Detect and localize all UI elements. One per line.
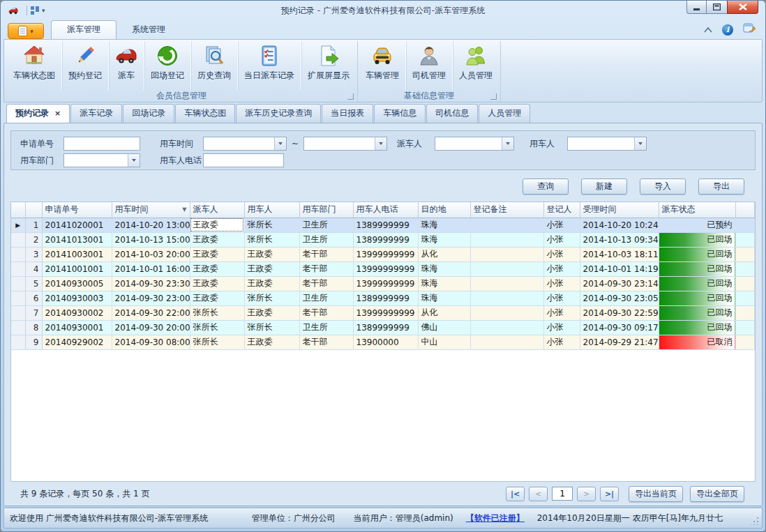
预约登记-button[interactable]: 预约登记 — [62, 41, 109, 90]
cell-use_time[interactable]: 2014-10-13 15:00 — [112, 232, 190, 247]
cell-dispatcher[interactable]: 王政委 — [190, 232, 244, 247]
cell-phone[interactable]: 13999999999 — [353, 247, 418, 261]
cell-use_time[interactable]: 2014-09-30 08:00 — [112, 335, 190, 349]
info-icon[interactable]: i — [722, 24, 733, 36]
dialog-launcher-icon[interactable] — [347, 93, 354, 100]
cell-order_no[interactable]: 20141020001 — [42, 218, 112, 232]
column-header-2[interactable]: 用车时间▼ — [112, 202, 190, 218]
司机管理-button[interactable]: 司机管理 — [406, 41, 453, 90]
import-button[interactable]: 导入 — [640, 178, 686, 195]
chevron-down-icon[interactable] — [375, 137, 386, 150]
chevron-down-icon[interactable] — [634, 137, 646, 150]
cell-use_time[interactable]: 2014-10-03 20:00 — [112, 247, 190, 261]
dept-combo[interactable] — [63, 153, 140, 167]
cell-use_time[interactable]: 2014-09-30 22:00 — [112, 305, 190, 320]
cell-status[interactable]: 已回场 — [659, 291, 735, 305]
chevron-down-icon[interactable] — [502, 137, 513, 150]
cell-user[interactable]: 张所长 — [244, 320, 299, 335]
column-header-9[interactable]: 登记人 — [543, 202, 580, 218]
feedback-icon[interactable] — [743, 23, 756, 36]
cell-user[interactable]: 王政委 — [244, 335, 299, 349]
sort-desc-icon[interactable]: ▼ — [182, 206, 186, 213]
派车-button[interactable]: 派车 — [109, 41, 144, 90]
cell-user[interactable]: 王政委 — [244, 261, 299, 276]
use-time-from-combo[interactable] — [203, 137, 287, 151]
cell-order_no[interactable]: 20141001001 — [42, 261, 112, 276]
cell-registrar[interactable]: 小张 — [543, 261, 580, 276]
cell-dept[interactable]: 老干部 — [299, 261, 353, 276]
cell-destination[interactable]: 珠海 — [418, 291, 470, 305]
cell-remark[interactable] — [470, 276, 543, 291]
cell-user[interactable]: 王政委 — [244, 305, 299, 320]
quick-access-layout-button[interactable]: ▾ — [31, 6, 45, 15]
doc-tab-6[interactable]: 当日报表 — [322, 104, 373, 123]
doc-tab-2[interactable]: 派车记录 — [70, 104, 122, 123]
table-row[interactable]: 9201409290022014-09-30 08:00张所长王政委老干部139… — [11, 335, 755, 349]
cell-dispatcher[interactable]: 张所长 — [190, 320, 244, 335]
user-combo[interactable] — [567, 137, 647, 151]
table-row[interactable]: 5201409300052014-09-30 23:30王政委王政委老干部139… — [11, 276, 755, 291]
cell-registrar[interactable]: 小张 — [543, 305, 580, 320]
doc-tab-4[interactable]: 车辆状态图 — [175, 104, 235, 123]
cell-destination[interactable]: 珠海 — [418, 232, 470, 247]
last-page-button[interactable]: >| — [600, 487, 619, 501]
cell-dispatcher[interactable]: 张所长 — [190, 305, 244, 320]
cell-accept_time[interactable]: 2014-10-20 10:24 — [580, 218, 659, 232]
table-row[interactable]: 6201409300032014-09-30 23:00王政委张所长卫生所138… — [11, 291, 755, 305]
cell-registrar[interactable]: 小张 — [543, 320, 580, 335]
cell-order_no[interactable]: 20140930001 — [42, 320, 112, 335]
cell-dept[interactable]: 老干部 — [299, 276, 353, 291]
cell-dispatcher[interactable]: 王政委 — [190, 218, 244, 232]
ribbon-tab-2[interactable]: 系统管理 — [117, 21, 181, 39]
cell-destination[interactable]: 珠海 — [418, 218, 470, 232]
当日派车记录-button[interactable]: 当日派车记录 — [238, 41, 301, 90]
cell-dispatcher[interactable]: 王政委 — [190, 276, 244, 291]
cell-remark[interactable] — [470, 261, 543, 276]
cell-destination[interactable]: 中山 — [418, 335, 470, 349]
new-button[interactable]: 新建 — [581, 178, 627, 195]
table-row[interactable]: 7201409300022014-09-30 22:00张所长王政委老干部139… — [11, 305, 755, 320]
cell-accept_time[interactable]: 2014-09-30 22:59 — [580, 305, 659, 320]
column-header-6[interactable]: 用车人电话 — [353, 202, 418, 218]
cell-remark[interactable] — [470, 232, 543, 247]
cell-registrar[interactable]: 小张 — [543, 218, 580, 232]
cell-use_time[interactable]: 2014-10-20 13:00 — [112, 218, 190, 232]
cell-status[interactable]: 已回场 — [659, 247, 735, 261]
cell-use_time[interactable]: 2014-09-30 23:30 — [112, 276, 190, 291]
cell-remark[interactable] — [470, 320, 543, 335]
cell-registrar[interactable]: 小张 — [543, 291, 580, 305]
cell-phone[interactable]: 1389999999 — [353, 320, 418, 335]
cell-accept_time[interactable]: 2014-09-30 23:14 — [580, 276, 659, 291]
query-button[interactable]: 查询 — [523, 178, 569, 195]
doc-tab-9[interactable]: 人员管理 — [479, 104, 530, 123]
cell-phone[interactable]: 13999999999 — [353, 305, 418, 320]
cell-use_time[interactable]: 2014-09-30 23:00 — [112, 291, 190, 305]
cell-accept_time[interactable]: 2014-10-03 18:11 — [580, 247, 659, 261]
cell-phone[interactable]: 1389999999 — [353, 232, 418, 247]
column-header-8[interactable]: 登记备注 — [470, 202, 543, 218]
chevron-down-icon[interactable] — [128, 154, 140, 167]
cell-order_no[interactable]: 20140930003 — [42, 291, 112, 305]
cell-remark[interactable] — [470, 218, 543, 232]
dialog-launcher-icon[interactable] — [490, 93, 497, 100]
close-tab-icon[interactable]: × — [54, 109, 61, 118]
column-header-5[interactable]: 用车部门 — [299, 202, 353, 218]
cell-destination[interactable]: 从化 — [418, 247, 470, 261]
ribbon-tab-1[interactable]: 派车管理 — [51, 20, 117, 39]
cell-user[interactable]: 张所长 — [244, 218, 299, 232]
cell-dept[interactable]: 卫生所 — [299, 320, 353, 335]
order-no-input[interactable] — [63, 137, 140, 151]
prev-page-button[interactable]: < — [529, 487, 548, 501]
cell-registrar[interactable]: 小张 — [543, 276, 580, 291]
column-header-4[interactable]: 用车人 — [244, 202, 299, 218]
cell-phone[interactable]: 1389999999 — [353, 291, 418, 305]
车辆状态图-button[interactable]: 车辆状态图 — [7, 41, 62, 90]
table-row[interactable]: 3201410030012014-10-03 20:00王政委王政委老干部139… — [11, 247, 755, 261]
close-button[interactable] — [727, 1, 758, 14]
cell-accept_time[interactable]: 2014-10-01 14:19 — [580, 261, 659, 276]
cell-status[interactable]: 已取消 — [659, 335, 735, 349]
cell-remark[interactable] — [470, 247, 543, 261]
cell-use_time[interactable]: 2014-09-30 20:00 — [112, 320, 190, 335]
cell-accept_time[interactable]: 2014-10-13 09:34 — [580, 232, 659, 247]
cell-registrar[interactable]: 小张 — [543, 247, 580, 261]
